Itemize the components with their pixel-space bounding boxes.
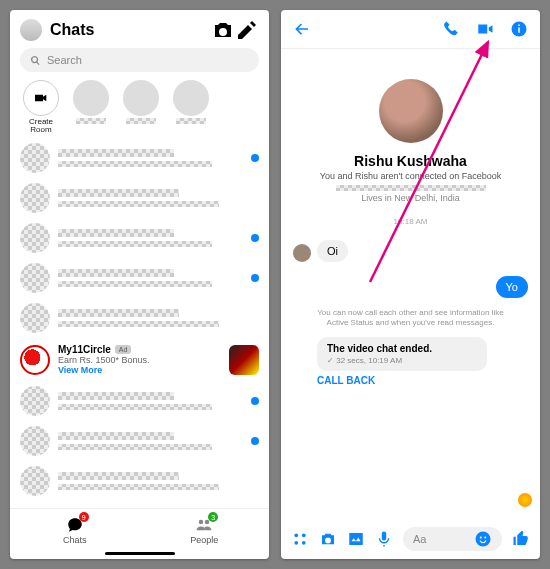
chat-list: My11CircleAd Earn Rs. 1500* Bonus. View …	[10, 138, 269, 508]
tab-people[interactable]: 3 People	[140, 509, 270, 552]
tab-chats[interactable]: 9 Chats	[10, 509, 140, 552]
ad-badge: Ad	[115, 345, 132, 354]
search-input[interactable]: Search	[20, 48, 259, 72]
call-back-button[interactable]: CALL BACK	[317, 375, 375, 386]
video-call-button[interactable]	[476, 20, 494, 38]
mic-icon[interactable]	[375, 530, 393, 548]
call-ended-card: The video chat ended. ✓ 32 secs, 10:19 A…	[317, 337, 487, 371]
message-row-in: Oi	[293, 240, 528, 262]
apps-icon[interactable]	[291, 530, 309, 548]
story-item[interactable]	[120, 80, 162, 134]
incoming-message[interactable]: Oi	[317, 240, 348, 262]
info-icon	[510, 20, 528, 38]
ad-view-more[interactable]: View More	[58, 365, 229, 375]
connection-status: You and Rishu aren't connected on Facebo…	[320, 171, 502, 181]
search-placeholder: Search	[47, 54, 82, 66]
ad-logo	[20, 345, 50, 375]
system-info-note: You can now call each other and see info…	[293, 308, 528, 329]
compose-icon[interactable]	[235, 18, 259, 42]
contact-avatar[interactable]	[379, 79, 443, 143]
conversation-topbar	[281, 10, 540, 49]
arrow-left-icon	[293, 20, 311, 38]
chat-item[interactable]	[10, 218, 269, 258]
voice-call-button[interactable]	[442, 20, 460, 38]
search-icon	[30, 55, 41, 66]
reaction-indicator	[518, 493, 532, 507]
chat-item[interactable]	[10, 298, 269, 338]
svg-point-4	[302, 541, 306, 545]
chat-item[interactable]	[10, 138, 269, 178]
outgoing-message[interactable]: Yo	[496, 276, 528, 298]
emoji-icon[interactable]	[474, 530, 492, 548]
chats-screen: Chats Search Create Room My11CircleAd Ea…	[10, 10, 269, 559]
story-item[interactable]	[70, 80, 112, 134]
info-button[interactable]	[510, 20, 528, 38]
message-input-bar: Aa	[281, 521, 540, 559]
chat-item[interactable]	[10, 381, 269, 421]
call-ended-sub: ✓ 32 secs, 10:19 AM	[327, 356, 477, 365]
unread-dot	[251, 437, 259, 445]
call-ended-title: The video chat ended.	[327, 343, 477, 354]
unread-dot	[251, 274, 259, 282]
chat-item[interactable]	[10, 461, 269, 501]
message-input[interactable]: Aa	[403, 527, 502, 551]
back-button[interactable]	[293, 20, 311, 38]
ad-name: My11Circle	[58, 344, 111, 355]
chats-header: Chats	[10, 10, 269, 48]
svg-point-3	[294, 541, 298, 545]
camera-icon[interactable]	[319, 530, 337, 548]
phone-icon	[442, 20, 460, 38]
chats-badge: 9	[79, 512, 89, 522]
redacted-info	[336, 185, 486, 191]
unread-dot	[251, 397, 259, 405]
chats-title: Chats	[50, 21, 211, 39]
people-badge: 3	[208, 512, 218, 522]
conversation-body: Rishu Kushwaha You and Rishu aren't conn…	[281, 49, 540, 521]
story-item[interactable]	[170, 80, 212, 134]
unread-dot	[251, 234, 259, 242]
tab-bar: 9 Chats 3 People	[10, 508, 269, 552]
camera-icon[interactable]	[211, 18, 235, 42]
location-info: Lives in New Delhi, India	[361, 193, 460, 203]
video-icon	[476, 20, 494, 38]
conversation-screen: Rishu Kushwaha You and Rishu aren't conn…	[281, 10, 540, 559]
svg-point-5	[476, 532, 491, 547]
chat-item[interactable]	[10, 258, 269, 298]
gallery-icon[interactable]	[347, 530, 365, 548]
ad-subtitle: Earn Rs. 1500* Bonus.	[58, 355, 229, 365]
home-indicator	[105, 552, 175, 555]
ad-thumbnail	[229, 345, 259, 375]
profile-avatar[interactable]	[20, 19, 42, 41]
message-row-out: Yo	[293, 276, 528, 298]
chat-item[interactable]	[10, 178, 269, 218]
sender-avatar[interactable]	[293, 244, 311, 262]
story-row: Create Room	[10, 80, 269, 138]
chat-item[interactable]	[10, 421, 269, 461]
svg-point-1	[294, 533, 298, 537]
video-plus-icon	[33, 90, 49, 106]
svg-point-2	[302, 533, 306, 537]
thumbs-up-icon[interactable]	[512, 530, 530, 548]
unread-dot	[251, 154, 259, 162]
svg-point-7	[484, 537, 486, 539]
contact-name: Rishu Kushwaha	[354, 153, 467, 169]
svg-point-6	[480, 537, 482, 539]
create-room-button[interactable]: Create Room	[20, 80, 62, 134]
sponsored-ad[interactable]: My11CircleAd Earn Rs. 1500* Bonus. View …	[10, 338, 269, 381]
timestamp: 10:18 AM	[394, 217, 428, 226]
